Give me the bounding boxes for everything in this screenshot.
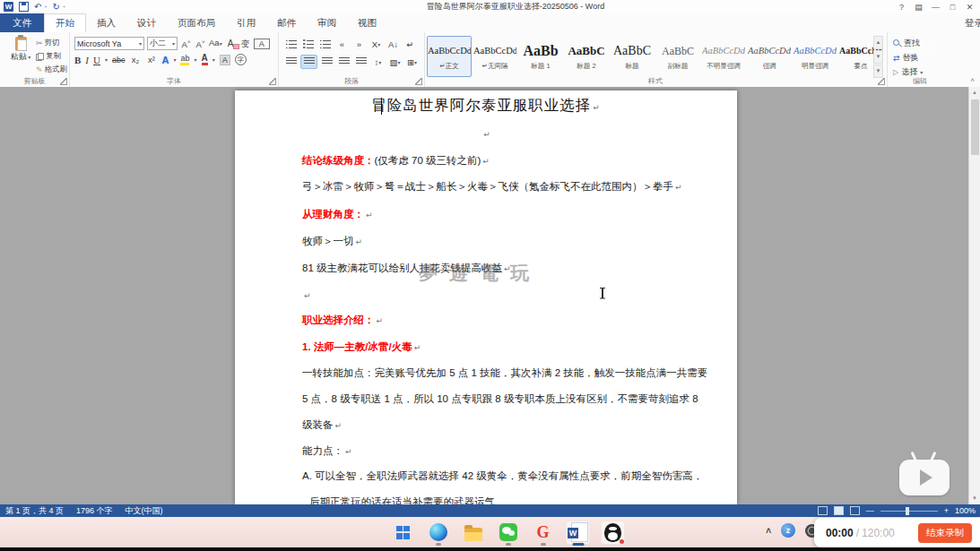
shading-button[interactable]: ▨▾ [387,56,403,68]
taskbar-wechat[interactable] [496,521,520,545]
ribbon-display-options-icon[interactable]: ▤ [910,1,927,13]
style-title[interactable]: AaBbC标题 [610,36,655,77]
style-heading1[interactable]: AaBb标题 1 [518,36,563,77]
document-page[interactable]: 冒险岛世界阿尔泰亚服职业选择↵ ↵ 结论练级角度：(仅考虑 70 级三转之前)↵… [235,90,737,504]
stop-recording-button[interactable]: 结束录制 [918,523,972,543]
increase-indent-button[interactable]: » [351,38,367,50]
replace-button[interactable]: ⇄替换 [893,52,919,64]
show-marks-button[interactable]: ↵ [403,38,418,50]
doc-line[interactable]: 5 点，8 级专职送 1 点，所以 10 点专职跟 8 级专职本质上没有区别，不… [302,392,710,406]
style-subtle-emphasis[interactable]: AaBbCcDd不明显强调 [701,36,746,77]
line-spacing-button[interactable]: ↕▾ [370,56,386,68]
font-name-dropdown[interactable]: Microsoft Ya▾ [74,37,144,50]
align-center-button[interactable] [300,55,317,69]
help-button[interactable]: ? [893,1,910,13]
doc-line[interactable]: ↵ [302,288,710,303]
doc-line[interactable]: 牧师＞一切↵ [302,234,710,249]
strikethrough-button[interactable]: abc [112,56,126,65]
print-layout-icon[interactable] [834,506,844,515]
font-size-dropdown[interactable]: 小二▾ [147,37,178,50]
doc-line[interactable]: 后期正常玩的话在适当补需要的武器运气 [302,495,710,504]
asian-layout-button[interactable]: X▾ [369,38,384,50]
scrollbar-thumb[interactable] [971,99,979,155]
sort-button[interactable]: A↓ [386,38,401,50]
doc-line[interactable]: 能力点：↵ [302,443,710,459]
doc-line[interactable]: 级装备↵ [302,418,710,433]
tray-blue-app-icon[interactable]: z [781,523,795,538]
tab-design[interactable]: 设计 [126,13,167,32]
align-right-button[interactable] [319,56,334,68]
taskbar-red-g-app[interactable]: G [531,521,555,545]
bilibili-play-button[interactable] [898,451,953,497]
tab-references[interactable]: 引用 [226,13,266,32]
style-normal[interactable]: AaBbCcDd↵正文 [427,36,472,77]
underline-button[interactable]: U [93,55,100,65]
multilevel-list-button[interactable] [317,38,333,50]
doc-line[interactable]: 结论练级角度：(仅考虑 70 级三转之前)↵ [302,153,710,168]
grow-font-button[interactable]: A˄ [180,37,192,50]
doc-line[interactable]: ↵ [235,126,737,142]
style-subtitle[interactable]: AaBbC副标题 [655,36,700,77]
tab-home[interactable]: 开始 [44,13,86,32]
tray-chevron-icon[interactable]: ˄ [766,526,771,536]
zoom-in-button[interactable]: + [944,506,949,515]
doc-line[interactable]: 1. 法师—主教/冰雷/火毒↵ [302,340,710,355]
bold-button[interactable]: B [74,55,81,65]
sign-in-link[interactable]: 登录 [965,13,980,32]
format-painter-button[interactable]: ✎格式刷 [36,65,67,75]
find-button[interactable]: 查找 [893,38,920,49]
justify-button[interactable] [336,56,351,68]
zoom-out-button[interactable]: — [866,506,874,515]
bullet-list-button[interactable] [283,38,299,50]
subscript-button[interactable]: x₂ [130,54,142,65]
style-emphasis[interactable]: AaBbCcDd强调 [747,36,792,77]
doc-line[interactable]: 一转技能加点：完美账号优先加 5 点 1 技能，其次补满 2 技能，触发一技能点… [302,366,710,380]
windows-start-button[interactable] [391,521,415,545]
zoom-slider-thumb[interactable] [906,507,909,515]
styles-dialog-launcher[interactable] [878,78,885,85]
tab-mailings[interactable]: 邮件 [266,13,307,32]
read-mode-icon[interactable] [818,506,828,515]
zoom-level[interactable]: 100% [955,506,976,515]
scroll-down-arrow[interactable]: ▼ [969,493,980,504]
text-effects-button[interactable]: A [162,55,169,65]
style-no-spacing[interactable]: AaBbCcDd↵无间隔 [473,36,517,77]
decrease-indent-button[interactable]: « [334,38,350,50]
doc-line[interactable]: 职业选择介绍：↵ [302,313,710,328]
character-shading-button[interactable]: A [220,55,230,65]
font-dialog-launcher[interactable] [269,78,276,85]
cut-button[interactable]: ✂剪切 [36,38,67,48]
tab-review[interactable]: 审阅 [307,13,347,32]
paste-button[interactable]: 粘贴 ▾ [5,37,36,63]
styles-scroll-down[interactable]: ▼ [873,50,883,64]
restore-button[interactable]: □ [944,1,961,13]
numbered-list-button[interactable] [300,38,316,50]
language-indicator[interactable]: 中文(中国) [126,505,163,517]
minimize-button[interactable]: — [927,1,944,13]
close-button[interactable]: ✕ [961,1,978,13]
font-color-button[interactable]: A [202,54,208,65]
taskbar-file-explorer[interactable] [461,521,485,545]
taskbar-qq[interactable] [601,521,625,545]
doc-title-line[interactable]: 冒险岛世界阿尔泰亚服职业选择↵ [235,98,737,115]
change-case-button[interactable]: Aa▾ [209,37,222,50]
zoom-slider[interactable] [880,511,938,512]
redo-icon[interactable]: ↻ · [53,3,66,12]
doc-line[interactable]: A. 可以全智，全职法师武器就选择 42 级黄伞，黄伞没有属性点要求，前期全智伤… [302,469,710,483]
web-layout-icon[interactable] [850,506,860,515]
clipboard-dialog-launcher[interactable] [60,78,67,85]
scroll-up-arrow[interactable]: ▲ [969,87,980,99]
phonetic-guide-button[interactable]: 变 [239,38,251,49]
vertical-scrollbar[interactable]: ▲ ▼ [968,87,980,504]
style-heading2[interactable]: AaBbC标题 2 [564,36,609,77]
superscript-button[interactable]: x² [146,54,158,65]
align-left-button[interactable] [283,56,299,68]
collapse-ribbon-icon[interactable]: ˄ [970,76,975,84]
taskbar-edge[interactable] [426,521,450,545]
copy-button[interactable]: 复制 [36,51,67,62]
enclose-characters-button[interactable]: 字 [235,54,247,65]
italic-button[interactable]: I [85,55,89,65]
page-indicator[interactable]: 第 1 页，共 4 页 [5,505,64,517]
save-icon[interactable] [19,2,29,12]
tab-insert[interactable]: 插入 [86,13,126,32]
